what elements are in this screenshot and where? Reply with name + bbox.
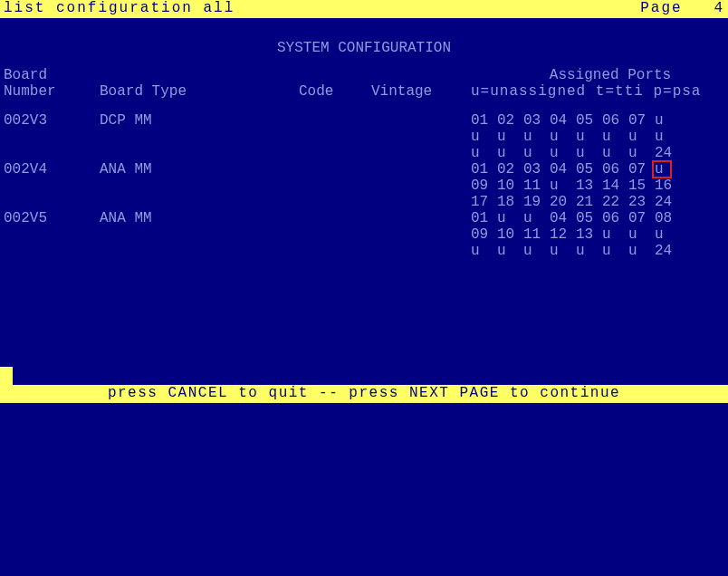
port-cell[interactable]: u: [550, 145, 571, 161]
port-cell[interactable]: u: [602, 129, 624, 145]
board-number: 002V3: [0, 112, 81, 129]
port-cell[interactable]: u: [628, 226, 650, 243]
header-legend: u=unassigned t=tti p=psa: [471, 83, 728, 100]
port-cell[interactable]: 05: [576, 112, 598, 129]
port-cell[interactable]: u: [576, 243, 598, 259]
port-cell[interactable]: 04: [550, 161, 571, 178]
board-number: 002V5: [0, 210, 81, 226]
port-cell[interactable]: u: [471, 243, 493, 259]
page-indicator: Page 4: [640, 0, 724, 18]
port-cell[interactable]: 04: [550, 210, 571, 226]
port-cell[interactable]: u: [602, 243, 624, 259]
port-cell[interactable]: 07: [628, 210, 650, 226]
port-cell[interactable]: u: [655, 161, 676, 178]
port-cell[interactable]: u: [497, 145, 519, 161]
port-cell[interactable]: 19: [523, 194, 545, 210]
column-headers: Board Assigned Ports Number Board Type C…: [0, 67, 728, 100]
port-cell[interactable]: u: [523, 210, 545, 226]
board-block: 002V3DCP MM01020304050607uuuuuuuuuuuuuuu…: [0, 112, 728, 161]
screen-title: SYSTEM CONFIGURATION: [0, 40, 728, 56]
title-bar: list configuration all Page 4: [0, 0, 728, 18]
port-cell[interactable]: 03: [523, 161, 545, 178]
board-number: 002V4: [0, 161, 81, 178]
port-cell[interactable]: u: [576, 145, 598, 161]
board-type: ANA MM: [81, 210, 263, 226]
port-cell[interactable]: 23: [628, 194, 650, 210]
port-cell[interactable]: 01: [471, 112, 493, 129]
port-cell[interactable]: u: [523, 129, 545, 145]
port-cell[interactable]: 24: [655, 194, 676, 210]
port-cell[interactable]: u: [550, 178, 571, 194]
port-cell[interactable]: 07: [628, 161, 650, 178]
port-cell[interactable]: u: [655, 129, 676, 145]
port-cell[interactable]: 09: [471, 178, 493, 194]
port-cell[interactable]: u: [523, 145, 545, 161]
port-cell[interactable]: 06: [602, 161, 624, 178]
port-cell[interactable]: 01: [471, 210, 493, 226]
port-cell[interactable]: 03: [523, 112, 545, 129]
port-cell[interactable]: 24: [655, 243, 676, 259]
header-board-l1: Board: [0, 67, 81, 83]
header-board-type: Board Type: [81, 83, 263, 100]
port-cell[interactable]: 05: [576, 161, 598, 178]
board-block: 002V4ANA MM01020304050607u091011u1314151…: [0, 161, 728, 210]
port-cell[interactable]: 08: [655, 210, 676, 226]
command-text: list configuration all: [4, 0, 235, 18]
status-tab: [0, 367, 13, 385]
port-cell[interactable]: u: [497, 129, 519, 145]
port-cell[interactable]: u: [550, 129, 571, 145]
port-cell[interactable]: 11: [523, 226, 545, 243]
header-code: Code: [263, 83, 371, 100]
port-cell[interactable]: u: [602, 226, 624, 243]
port-cell[interactable]: 09: [471, 226, 493, 243]
port-cell[interactable]: u: [628, 129, 650, 145]
board-block: 002V5ANA MM01uu04050607080910111213uuuuu…: [0, 210, 728, 259]
status-bar: press CANCEL to quit -- press NEXT PAGE …: [0, 385, 728, 403]
header-assigned-ports: Assigned Ports: [493, 67, 728, 83]
port-cell[interactable]: u: [471, 145, 493, 161]
port-cell[interactable]: 01: [471, 161, 493, 178]
port-cell[interactable]: 10: [497, 178, 519, 194]
header-board-l2: Number: [0, 83, 81, 100]
port-cell[interactable]: 11: [523, 178, 545, 194]
board-type: DCP MM: [81, 112, 263, 129]
port-cell[interactable]: 07: [628, 112, 650, 129]
header-vintage: Vintage: [371, 83, 471, 100]
port-cell[interactable]: u: [497, 210, 519, 226]
port-cell[interactable]: 18: [497, 194, 519, 210]
port-cell[interactable]: u: [550, 243, 571, 259]
port-cell[interactable]: 12: [550, 226, 571, 243]
port-cell[interactable]: u: [497, 243, 519, 259]
cursor-highlight: [652, 160, 672, 178]
port-cell[interactable]: u: [628, 243, 650, 259]
port-cell[interactable]: u: [628, 145, 650, 161]
port-cell[interactable]: 21: [576, 194, 598, 210]
port-cell[interactable]: u: [655, 226, 676, 243]
port-cell[interactable]: 16: [655, 178, 676, 194]
port-cell[interactable]: 10: [497, 226, 519, 243]
port-cell[interactable]: 20: [550, 194, 571, 210]
port-cell[interactable]: 04: [550, 112, 571, 129]
port-cell[interactable]: u: [655, 112, 676, 129]
port-cell[interactable]: 24: [655, 145, 676, 161]
port-cell[interactable]: 06: [602, 112, 624, 129]
port-cell[interactable]: u: [523, 243, 545, 259]
port-cell[interactable]: u: [576, 129, 598, 145]
port-cell[interactable]: 15: [628, 178, 650, 194]
port-cell[interactable]: 13: [576, 226, 598, 243]
port-cell[interactable]: 17: [471, 194, 493, 210]
port-cell[interactable]: 06: [602, 210, 624, 226]
port-cell[interactable]: 22: [602, 194, 624, 210]
port-cell[interactable]: 13: [576, 178, 598, 194]
port-cell[interactable]: 02: [497, 112, 519, 129]
port-cell[interactable]: 05: [576, 210, 598, 226]
port-cell[interactable]: 14: [602, 178, 624, 194]
data-body: 002V3DCP MM01020304050607uuuuuuuuuuuuuuu…: [0, 112, 728, 259]
port-cell[interactable]: 02: [497, 161, 519, 178]
port-cell[interactable]: u: [602, 145, 624, 161]
port-cell[interactable]: u: [471, 129, 493, 145]
board-type: ANA MM: [81, 161, 263, 178]
